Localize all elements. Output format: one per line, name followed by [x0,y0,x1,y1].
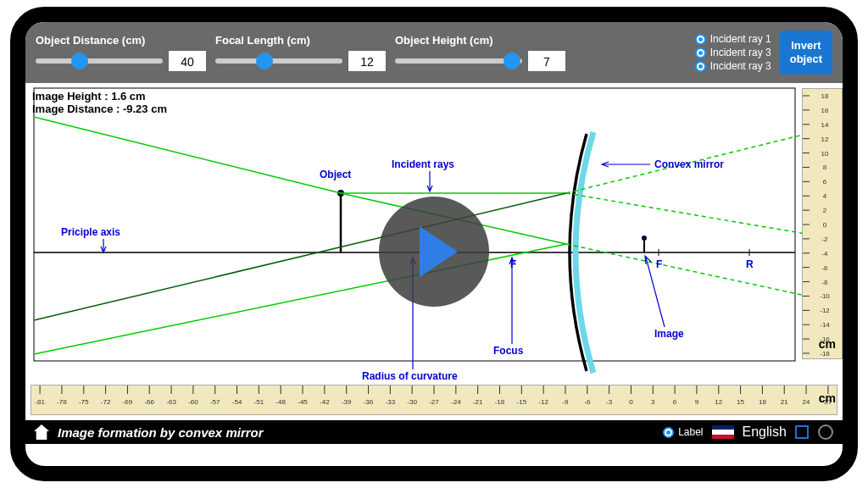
svg-text:-2: -2 [821,236,828,243]
svg-text:21: 21 [781,398,789,406]
svg-text:-69: -69 [123,398,133,406]
language-label[interactable]: English [743,424,787,440]
svg-text:F: F [656,258,662,270]
diagram-canvas: Image Height : 1.6 cm Image Distance : -… [25,83,843,420]
control-panel: Object Distance (cm) 40 Focal Length (cm… [25,22,843,83]
svg-text:18: 18 [759,398,767,406]
svg-text:R: R [746,258,754,270]
svg-text:-81: -81 [35,398,45,406]
radio-icon [695,34,706,45]
slider-thumb[interactable] [504,53,520,69]
svg-text:-60: -60 [188,398,198,406]
fullscreen-icon[interactable] [795,425,809,439]
radio-icon [663,427,674,438]
svg-text:10: 10 [821,150,829,158]
simulator-frame: Object Distance (cm) 40 Focal Length (cm… [10,7,858,481]
svg-text:-12: -12 [538,398,548,406]
svg-text:-54: -54 [232,398,242,406]
focal-length-slider[interactable] [215,58,342,64]
svg-text:-14: -14 [820,321,830,329]
svg-text:-24: -24 [451,398,461,406]
svg-text:-30: -30 [407,398,417,406]
object-height-slider[interactable] [395,58,522,64]
horizontal-ruler: -81-78-75-72-69-66-63-60-57-54-51-48-45-… [31,385,837,415]
object-height-value[interactable]: 7 [527,50,566,72]
svg-text:6: 6 [673,398,677,406]
svg-line-11 [566,193,841,240]
flag-icon [712,425,734,439]
svg-text:Priciple axis: Priciple axis [61,226,120,238]
svg-text:0: 0 [823,221,827,229]
radio-icon [695,61,706,72]
object-distance-slider[interactable] [36,58,163,64]
svg-text:-72: -72 [101,398,111,406]
logo-icon [817,424,834,441]
svg-text:-8: -8 [821,279,828,286]
svg-text:-57: -57 [210,398,220,406]
play-icon [420,226,458,277]
home-icon[interactable] [34,424,49,440]
svg-text:Radius of curvature: Radius of curvature [362,370,458,382]
object-distance-control: Object Distance (cm) 40 [36,34,207,72]
ray-options: Incident ray 1 Incident ray 3 Incident r… [695,33,771,72]
svg-text:4: 4 [823,192,827,200]
vertical-ruler: 181614121086420-2-4-6-8-10-12-14-16-18 [802,88,843,359]
svg-text:16: 16 [821,107,829,114]
svg-text:-18: -18 [820,350,830,358]
svg-text:Image: Image [654,328,684,340]
svg-text:-12: -12 [820,307,830,314]
svg-text:-66: -66 [144,398,154,406]
bottom-bar: Image formation by convex mirror Label E… [25,420,843,444]
ray-option-2[interactable]: Incident ray 3 [695,47,771,58]
slider-thumb[interactable] [256,53,273,69]
object-distance-label: Object Distance (cm) [36,34,207,47]
app-title: Image formation by convex mirror [58,425,264,440]
object-distance-value[interactable]: 40 [168,50,207,72]
slider-thumb[interactable] [71,53,88,69]
svg-text:6: 6 [823,178,827,186]
svg-point-139 [819,425,832,439]
svg-text:-4: -4 [821,250,828,258]
label-toggle[interactable]: Label [663,426,703,438]
svg-text:-51: -51 [254,398,264,406]
svg-text:12: 12 [715,398,723,406]
svg-text:-78: -78 [57,398,67,406]
play-button[interactable] [379,197,489,307]
svg-text:-9: -9 [562,398,569,406]
svg-text:-3: -3 [606,398,613,406]
svg-text:3: 3 [651,398,655,406]
svg-text:-27: -27 [429,398,439,406]
svg-text:-6: -6 [584,398,591,406]
invert-object-button[interactable]: Invertobject [780,30,832,74]
unit-cm-v: cm [819,337,836,351]
svg-text:-75: -75 [79,398,89,406]
svg-text:0: 0 [629,398,633,406]
svg-text:15: 15 [737,398,745,406]
object-height-control: Object Height (cm) 7 [395,34,566,72]
svg-text:Incident rays: Incident rays [392,158,454,170]
svg-text:Object: Object [320,169,351,180]
svg-text:-10: -10 [820,292,830,300]
svg-text:8: 8 [823,164,827,171]
focal-length-control: Focal Length (cm) 12 [215,34,387,72]
svg-text:24: 24 [803,398,811,406]
radio-icon [695,47,706,58]
svg-text:-36: -36 [364,398,374,406]
svg-text:-45: -45 [298,398,308,406]
unit-cm-h: cm [819,391,836,405]
svg-text:12: 12 [821,136,829,143]
ray-option-3[interactable]: Incident ray 3 [695,60,771,72]
svg-text:-63: -63 [166,398,176,406]
svg-text:-18: -18 [495,398,505,406]
focal-length-value[interactable]: 12 [348,50,387,72]
svg-text:9: 9 [695,398,699,406]
svg-text:-39: -39 [342,398,352,406]
svg-text:-48: -48 [275,398,286,406]
ruler-h-svg: -81-78-75-72-69-66-63-60-57-54-51-48-45-… [31,385,837,416]
svg-text:-21: -21 [473,398,483,406]
ruler-v-svg: 181614121086420-2-4-6-8-10-12-14-16-18 [803,89,843,360]
svg-text:18: 18 [821,92,829,100]
ray-option-1[interactable]: Incident ray 1 [695,33,771,45]
svg-text:-15: -15 [516,398,526,406]
svg-line-8 [34,117,341,193]
